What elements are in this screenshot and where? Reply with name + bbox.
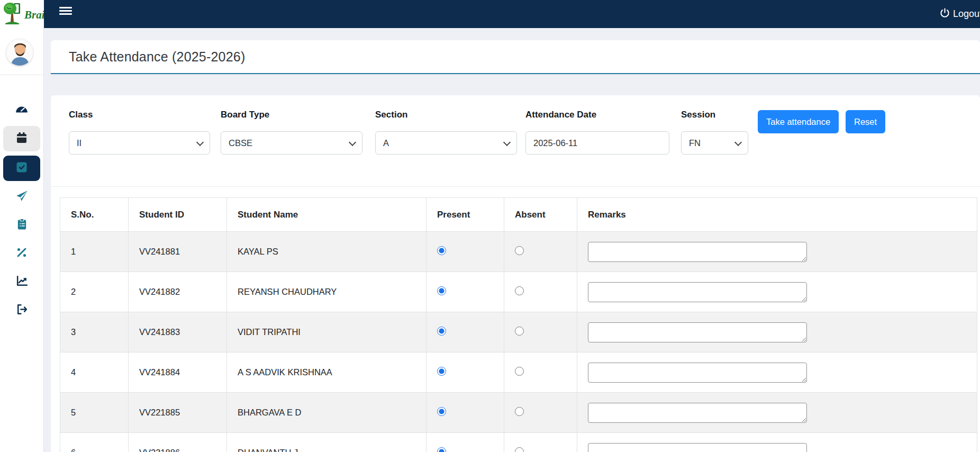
present-radio[interactable]: [437, 286, 446, 295]
present-cell: [427, 312, 504, 352]
section-select[interactable]: A: [375, 131, 517, 155]
take-attendance-button[interactable]: Take attendance: [758, 110, 839, 133]
student-id-cell: VV231886: [129, 433, 227, 452]
present-radio[interactable]: [437, 246, 446, 255]
sidebar-item-send[interactable]: [3, 184, 40, 210]
session-select[interactable]: FN: [681, 131, 748, 155]
present-radio[interactable]: [437, 447, 446, 452]
remarks-cell: [577, 352, 977, 393]
present-radio[interactable]: [437, 367, 446, 376]
student-name-cell: KAYAL PS: [227, 232, 427, 272]
table-header-row: S.No. Student ID Student Name Present Ab…: [60, 198, 977, 232]
sno-cell: 3: [60, 312, 129, 352]
user-avatar[interactable]: [6, 39, 33, 66]
page-title: Take Attendance (2025-2026): [69, 49, 245, 65]
absent-cell: [504, 393, 577, 433]
student-row: 3 VV241883 VIDIT TRIPATHI: [60, 312, 977, 352]
student-row: 1 VV241881 KAYAL PS: [60, 232, 977, 272]
absent-radio[interactable]: [515, 286, 524, 295]
remarks-cell: [577, 232, 977, 272]
remarks-textarea[interactable]: [588, 242, 807, 262]
sidebar-item-analytics[interactable]: [3, 269, 40, 294]
present-cell: [427, 393, 504, 433]
col-header-remarks: Remarks: [577, 198, 977, 232]
student-name-cell: DHANVANTH J: [227, 433, 427, 452]
remarks-textarea[interactable]: [588, 322, 807, 342]
present-radio[interactable]: [437, 407, 446, 416]
board-type-select[interactable]: CBSE: [221, 131, 362, 155]
sidebar-item-calendar[interactable]: [3, 126, 40, 151]
remarks-textarea[interactable]: [588, 403, 807, 423]
sidebar-item-take-attendance[interactable]: [3, 156, 40, 181]
remarks-cell: [577, 312, 977, 352]
present-cell: [427, 232, 504, 272]
absent-radio[interactable]: [515, 367, 524, 376]
absent-radio[interactable]: [515, 246, 524, 255]
line-chart-icon: [15, 274, 29, 290]
attendance-card: Class Board Type Section Attendance Date…: [51, 95, 980, 452]
sidebar-item-dashboard[interactable]: [3, 98, 40, 123]
remarks-cell: [577, 272, 977, 312]
remarks-cell: [577, 393, 977, 433]
main-content: Take Attendance (2025-2026) Class Board …: [44, 28, 980, 452]
absent-cell: [504, 352, 577, 393]
sidebar-item-percentage[interactable]: [3, 241, 40, 266]
percent-icon: [15, 246, 28, 261]
remarks-textarea[interactable]: [588, 443, 807, 452]
col-header-student-id: Student ID: [129, 198, 227, 232]
board-type-select-wrap: CBSE: [221, 131, 362, 155]
board-type-label: Board Type: [221, 110, 269, 120]
class-select[interactable]: II: [69, 131, 210, 155]
sidebar-item-report[interactable]: [3, 212, 40, 238]
send-icon: [15, 189, 29, 205]
brand-name: Brain: [24, 8, 44, 22]
sno-cell: 6: [60, 433, 129, 452]
logout-icon: [15, 303, 29, 318]
power-icon: [940, 8, 950, 21]
student-id-cell: VV241884: [129, 352, 227, 393]
student-id-cell: VV241881: [129, 232, 227, 272]
section-select-wrap: A: [375, 131, 517, 155]
remarks-textarea[interactable]: [588, 282, 807, 302]
logout-label: Logout: [953, 8, 980, 20]
logout-button[interactable]: Logout: [940, 0, 980, 28]
remarks-cell: [577, 433, 977, 452]
remarks-textarea[interactable]: [588, 363, 807, 383]
page-header-card: Take Attendance (2025-2026): [51, 40, 980, 74]
session-select-wrap: FN: [681, 131, 748, 155]
present-cell: [427, 352, 504, 393]
attendance-date-label: Attendance Date: [525, 110, 596, 120]
student-name-cell: BHARGAVA E D: [227, 393, 427, 433]
student-row: 6 VV231886 DHANVANTH J: [60, 433, 977, 452]
attendance-table-body: 1 VV241881 KAYAL PS 2 VV241882 REYANSH C…: [60, 232, 977, 452]
student-name-cell: A S AADVIK KRISHNAA: [227, 352, 427, 393]
absent-cell: [504, 232, 577, 272]
attendance-date-input[interactable]: [525, 131, 669, 155]
section-label: Section: [375, 110, 407, 120]
section-divider: [51, 186, 980, 187]
sno-cell: 2: [60, 272, 129, 312]
student-row: 2 VV241882 REYANSH CHAUDHARY: [60, 272, 977, 312]
absent-radio[interactable]: [515, 407, 524, 416]
col-header-sno: S.No.: [60, 198, 129, 232]
brand-logo[interactable]: Brain: [0, 0, 44, 28]
reset-button[interactable]: Reset: [846, 110, 885, 133]
class-label: Class: [69, 110, 93, 120]
col-header-present: Present: [427, 198, 504, 232]
hamburger-icon[interactable]: [59, 7, 72, 15]
class-select-wrap: II: [69, 131, 210, 155]
sidebar-item-logout[interactable]: [3, 297, 40, 323]
present-cell: [427, 272, 504, 312]
absent-radio[interactable]: [515, 447, 524, 452]
absent-cell: [504, 272, 577, 312]
student-name-cell: REYANSH CHAUDHARY: [227, 272, 427, 312]
student-id-cell: VV241883: [129, 312, 227, 352]
session-label: Session: [681, 110, 715, 120]
absent-cell: [504, 433, 577, 452]
present-radio[interactable]: [437, 327, 446, 336]
check-square-icon: [15, 161, 28, 176]
absent-radio[interactable]: [515, 327, 524, 336]
sno-cell: 1: [60, 232, 129, 272]
student-id-cell: VV221885: [129, 393, 227, 433]
attendance-table-wrap: S.No. Student ID Student Name Present Ab…: [60, 197, 977, 452]
